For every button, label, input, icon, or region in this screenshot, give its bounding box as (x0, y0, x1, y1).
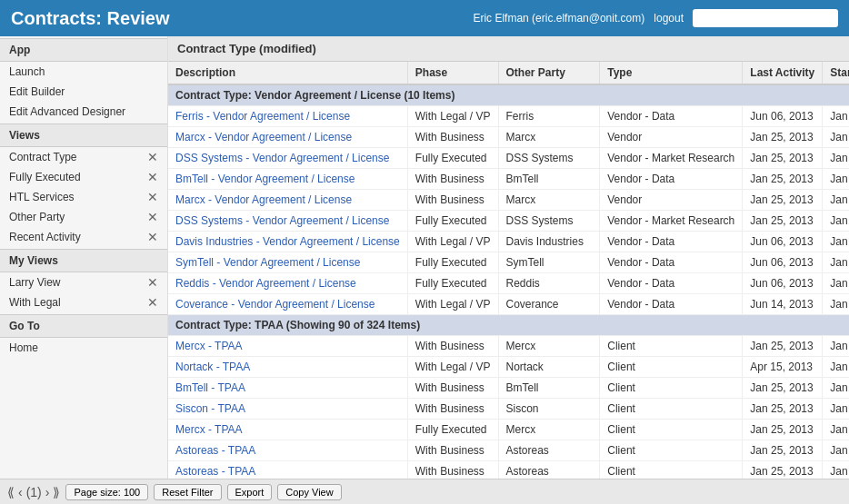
sidebar-item-larry-view[interactable]: Larry View✕ (0, 272, 167, 292)
contract-link[interactable]: Marcx - Vendor Agreement / License (175, 131, 352, 143)
contract-link[interactable]: BmTell - Vendor Agreement / License (175, 173, 355, 185)
contract-link[interactable]: BmTell - TPAA (175, 381, 245, 394)
contract-link[interactable]: Nortack - TPAA (175, 361, 250, 373)
page-size-button[interactable]: Page size: 100 (65, 484, 148, 500)
cell-other_party: DSS Systems (498, 211, 600, 232)
cell-start: Jan 25, 2013 (823, 336, 849, 357)
sidebar-item-other-party[interactable]: Other Party✕ (0, 207, 167, 227)
contract-link[interactable]: Mercx - TPAA (175, 423, 243, 436)
close-icon[interactable]: ✕ (147, 151, 158, 163)
sidebar-item-edit-advanced-designer[interactable]: Edit Advanced Designer (0, 102, 167, 122)
sidebar-item-home[interactable]: Home (0, 338, 167, 358)
cell-description[interactable]: Marcx - Vendor Agreement / License (168, 190, 407, 211)
cell-last_activity: Jan 25, 2013 (743, 211, 823, 232)
cell-other_party: Astoreas (498, 461, 600, 479)
cell-description[interactable]: Marcx - Vendor Agreement / License (168, 127, 407, 148)
close-icon[interactable]: ✕ (147, 276, 158, 289)
close-icon[interactable]: ✕ (147, 211, 158, 223)
prev-page-icon[interactable]: ‹ (18, 485, 23, 499)
column-header-description[interactable]: Description (168, 62, 407, 84)
cell-start: Jan 25, 2013 (823, 252, 849, 273)
footer: ⟪ ‹ (1) › ⟫ Page size: 100 Reset Filter … (0, 479, 849, 504)
close-icon[interactable]: ✕ (147, 171, 158, 183)
copy-view-button[interactable]: Copy View (277, 484, 341, 500)
cell-phase: Fully Executed (407, 420, 498, 440)
contract-link[interactable]: Astoreas - TPAA (175, 465, 255, 478)
column-header-other-party[interactable]: Other Party (498, 62, 600, 84)
column-header-type[interactable]: Type (600, 62, 743, 84)
sidebar-item-fully-executed[interactable]: Fully Executed✕ (0, 167, 167, 187)
cell-last_activity: Jun 14, 2013 (743, 294, 823, 315)
cell-description[interactable]: Mercx - TPAA (168, 420, 407, 440)
table-header-row: DescriptionPhaseOther PartyTypeLast Acti… (168, 62, 849, 84)
cell-description[interactable]: Nortack - TPAA (168, 357, 407, 378)
cell-start: Jan 25, 2013 (823, 440, 849, 461)
column-header-start[interactable]: Start (823, 62, 849, 84)
table-row: Mercx - TPAAWith BusinessMercxClientJan … (168, 336, 849, 357)
contract-link[interactable]: DSS Systems - Vendor Agreement / License (175, 214, 389, 227)
cell-other_party: Astoreas (498, 440, 600, 461)
sidebar-item-launch[interactable]: Launch (0, 62, 167, 82)
contract-link[interactable]: DSS Systems - Vendor Agreement / License (175, 152, 389, 164)
cell-description[interactable]: DSS Systems - Vendor Agreement / License (168, 211, 407, 232)
cell-description[interactable]: Coverance - Vendor Agreement / License (168, 294, 407, 315)
cell-description[interactable]: Astoreas - TPAA (168, 461, 407, 479)
sidebar-item-label: Fully Executed (9, 171, 81, 183)
contract-link[interactable]: Astoreas - TPAA (175, 444, 255, 457)
close-icon[interactable]: ✕ (147, 231, 158, 243)
table-row: Mercx - TPAAFully ExecutedMercxClientJan… (168, 420, 849, 440)
close-icon[interactable]: ✕ (147, 191, 158, 203)
cell-description[interactable]: Ferris - Vendor Agreement / License (168, 106, 407, 127)
cell-phase: Fully Executed (407, 148, 498, 169)
cell-description[interactable]: Davis Industries - Vendor Agreement / Li… (168, 232, 407, 252)
cell-type: Vendor - Data (600, 169, 743, 190)
cell-description[interactable]: Mercx - TPAA (168, 336, 407, 357)
close-icon[interactable]: ✕ (147, 296, 158, 309)
cell-phase: With Business (407, 169, 498, 190)
cell-description[interactable]: SymTell - Vendor Agreement / License (168, 252, 407, 273)
cell-description[interactable]: Astoreas - TPAA (168, 440, 407, 461)
cell-description[interactable]: Siscon - TPAA (168, 399, 407, 420)
cell-last_activity: Jun 06, 2013 (743, 232, 823, 252)
contract-link[interactable]: Reddis - Vendor Agreement / License (175, 277, 356, 290)
cell-other_party: Davis Industries (498, 232, 600, 252)
contract-link[interactable]: Coverance - Vendor Agreement / License (175, 298, 375, 311)
header: Contracts: Review Eric Elfman (eric.elfm… (0, 0, 849, 36)
cell-type: Vendor - Data (600, 252, 743, 273)
cell-start: Jan 25, 2013 (823, 148, 849, 169)
contract-link[interactable]: Davis Industries - Vendor Agreement / Li… (175, 235, 400, 248)
logout-link[interactable]: logout (654, 12, 684, 25)
cell-description[interactable]: DSS Systems - Vendor Agreement / License (168, 148, 407, 169)
table-row: DSS Systems - Vendor Agreement / License… (168, 148, 849, 169)
cell-description[interactable]: BmTell - TPAA (168, 378, 407, 399)
first-page-icon[interactable]: ⟪ (7, 485, 15, 499)
table-row: SymTell - Vendor Agreement / LicenseFull… (168, 252, 849, 273)
cell-type: Client (600, 440, 743, 461)
sidebar-item-edit-builder[interactable]: Edit Builder (0, 82, 167, 102)
contract-link[interactable]: Siscon - TPAA (175, 402, 245, 415)
sidebar-item-contract-type[interactable]: Contract Type✕ (0, 147, 167, 167)
contract-link[interactable]: SymTell - Vendor Agreement / License (175, 256, 360, 269)
column-header-last-activity[interactable]: Last Activity (743, 62, 823, 84)
cell-start: Jan 25, 2013 (823, 294, 849, 315)
table-row: DSS Systems - Vendor Agreement / License… (168, 211, 849, 232)
contract-link[interactable]: Mercx - TPAA (175, 340, 243, 352)
sidebar-item-htl-services[interactable]: HTL Services✕ (0, 187, 167, 207)
cell-description[interactable]: BmTell - Vendor Agreement / License (168, 169, 407, 190)
next-page-icon[interactable]: › (45, 485, 50, 499)
cell-phase: With Legal / VP (407, 106, 498, 127)
cell-description[interactable]: Reddis - Vendor Agreement / License (168, 273, 407, 294)
sidebar-item-with-legal[interactable]: With Legal✕ (0, 292, 167, 312)
last-page-icon[interactable]: ⟫ (53, 485, 60, 499)
export-button[interactable]: Export (227, 484, 273, 500)
contract-link[interactable]: Ferris - Vendor Agreement / License (175, 110, 350, 123)
column-header-phase[interactable]: Phase (407, 62, 498, 84)
sidebar-item-recent-activity[interactable]: Recent Activity✕ (0, 227, 167, 247)
search-input[interactable] (693, 9, 838, 27)
cell-start: Jan 25, 2013 (823, 190, 849, 211)
contract-link[interactable]: Marcx - Vendor Agreement / License (175, 193, 352, 206)
cell-start: Jan 25, 2013 (823, 106, 849, 127)
cell-last_activity: Jan 25, 2013 (743, 148, 823, 169)
cell-phase: With Business (407, 127, 498, 148)
reset-filter-button[interactable]: Reset Filter (154, 484, 221, 500)
